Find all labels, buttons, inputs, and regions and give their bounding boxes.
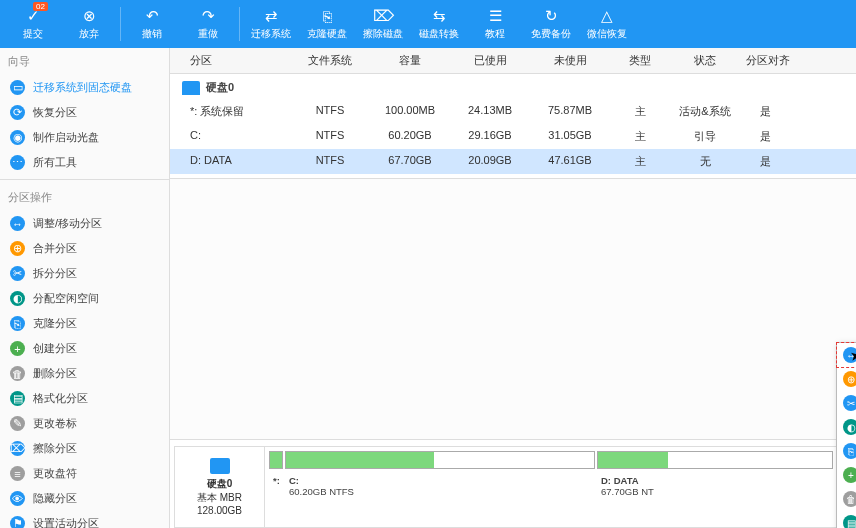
创建分区(C)-icon: + <box>843 467 856 483</box>
diskmap-name: 硬盘0 <box>207 477 233 491</box>
menu-item-合并分区(G)[interactable]: ⊕合并分区(G) <box>837 367 856 391</box>
diskmap-size: 128.00GB <box>197 505 242 516</box>
cell: 主 <box>610 99 670 124</box>
toolbar-擦除磁盘[interactable]: ⌦擦除磁盘 <box>355 2 411 46</box>
sidebar-item-拆分分区[interactable]: ✂拆分分区 <box>0 261 169 286</box>
拆分分区-icon: ✂ <box>10 266 25 281</box>
partition-bar[interactable] <box>597 451 833 469</box>
partition-label: *: <box>269 475 283 497</box>
cell: *: 系统保留 <box>170 99 290 124</box>
sidebar-item-隐藏分区[interactable]: 👁隐藏分区 <box>0 486 169 511</box>
toolbar-迁移系统[interactable]: ⇄迁移系统 <box>243 2 299 46</box>
menu-item-拆分分区(S)[interactable]: ✂拆分分区(S) <box>837 391 856 415</box>
所有工具-icon: ⋯ <box>10 155 25 170</box>
context-menu: ↔调整/移动分区(R)⊕合并分区(G)✂拆分分区(S)◐分配空闲空间(A)⎘克隆… <box>836 342 856 528</box>
设置活动分区-icon: ⚑ <box>10 516 25 528</box>
cell: 主 <box>610 149 670 174</box>
cell: 24.13MB <box>450 99 530 124</box>
menu-item-克隆分区(O)[interactable]: ⎘克隆分区(O) <box>837 439 856 463</box>
放弃-icon: ⊗ <box>80 7 98 25</box>
toolbar-磁盘转换[interactable]: ⇆磁盘转换 <box>411 2 467 46</box>
cell: 47.61GB <box>530 149 610 174</box>
col-header[interactable]: 文件系统 <box>290 48 370 73</box>
擦除磁盘-icon: ⌦ <box>374 7 392 25</box>
cell: 是 <box>740 124 790 149</box>
cell: 20.09GB <box>450 149 530 174</box>
col-header[interactable]: 分区 <box>170 48 290 73</box>
sidebar: 向导 ▭迁移系统到固态硬盘⟳恢复分区◉制作启动光盘⋯所有工具 分区操作 ↔调整/… <box>0 48 170 528</box>
sidebar-item-更改盘符[interactable]: ≡更改盘符 <box>0 461 169 486</box>
sidebar-item-所有工具[interactable]: ⋯所有工具 <box>0 150 169 175</box>
toolbar-教程[interactable]: ☰教程 <box>467 2 523 46</box>
分配空闲空间(A)-icon: ◐ <box>843 419 856 435</box>
menu-item-创建分区(C)[interactable]: +创建分区(C) <box>837 463 856 487</box>
克隆分区(O)-icon: ⎘ <box>843 443 856 459</box>
合并分区-icon: ⊕ <box>10 241 25 256</box>
cell: NTFS <box>290 124 370 149</box>
partition-label: C:60.20GB NTFS <box>285 475 595 497</box>
sidebar-item-删除分区[interactable]: 🗑删除分区 <box>0 361 169 386</box>
table-row[interactable]: *: 系统保留NTFS100.00MB24.13MB75.87MB主活动&系统是 <box>170 99 856 124</box>
sidebar-item-分配空闲空间[interactable]: ◐分配空闲空间 <box>0 286 169 311</box>
cell: 是 <box>740 149 790 174</box>
sidebar-item-更改卷标[interactable]: ✎更改卷标 <box>0 411 169 436</box>
toolbar-微信恢复[interactable]: △微信恢复 <box>579 2 635 46</box>
toolbar-免费备份[interactable]: ↻免费备份 <box>523 2 579 46</box>
menu-item-分配空闲空间(A)[interactable]: ◐分配空闲空间(A) <box>837 415 856 439</box>
制作启动光盘-icon: ◉ <box>10 130 25 145</box>
menu-item-删除分区(D)[interactable]: 🗑删除分区(D) <box>837 487 856 511</box>
table-row[interactable]: C:NTFS60.20GB29.16GB31.05GB主引导是 <box>170 124 856 149</box>
更改卷标-icon: ✎ <box>10 416 25 431</box>
menu-item-格式化(F)[interactable]: ▤格式化(F) <box>837 511 856 528</box>
sidebar-item-设置活动分区[interactable]: ⚑设置活动分区 <box>0 511 169 528</box>
sidebar-item-制作启动光盘[interactable]: ◉制作启动光盘 <box>0 125 169 150</box>
col-header[interactable]: 状态 <box>670 48 740 73</box>
partition-bar[interactable] <box>269 451 283 469</box>
table-header: 分区文件系统容量已使用未使用类型状态分区对齐 <box>170 48 856 74</box>
col-header[interactable] <box>790 48 820 73</box>
克隆分区-icon: ⎘ <box>10 316 25 331</box>
col-header[interactable]: 未使用 <box>530 48 610 73</box>
diskmap-type: 基本 MBR <box>197 491 242 505</box>
toolbar-撤销[interactable]: ↶撤销 <box>124 2 180 46</box>
disk-map: 硬盘0 基本 MBR 128.00GB *:C:60.20GB NTFSD: D… <box>174 446 852 528</box>
sidebar-item-克隆分区[interactable]: ⎘克隆分区 <box>0 311 169 336</box>
合并分区(G)-icon: ⊕ <box>843 371 856 387</box>
commit-badge: 02 <box>33 2 48 11</box>
cell: 是 <box>740 99 790 124</box>
调整/移动分区-icon: ↔ <box>10 216 25 231</box>
cell: 60.20GB <box>370 124 450 149</box>
sidebar-item-擦除分区[interactable]: ⌦擦除分区 <box>0 436 169 461</box>
cell: 引导 <box>670 124 740 149</box>
磁盘转换-icon: ⇆ <box>430 7 448 25</box>
table-row[interactable]: D: DATANTFS67.70GB20.09GB47.61GB主无是 <box>170 149 856 174</box>
cell: C: <box>170 124 290 149</box>
disk-group-label[interactable]: 硬盘0 <box>170 74 856 99</box>
partition-bar[interactable] <box>285 451 595 469</box>
sidebar-item-恢复分区[interactable]: ⟳恢复分区 <box>0 100 169 125</box>
sidebar-item-迁移系统到固态硬盘[interactable]: ▭迁移系统到固态硬盘 <box>0 75 169 100</box>
cell: D: DATA <box>170 149 290 174</box>
sidebar-item-创建分区[interactable]: +创建分区 <box>0 336 169 361</box>
cell: 活动&系统 <box>670 99 740 124</box>
col-header[interactable]: 容量 <box>370 48 450 73</box>
disk-icon <box>182 81 200 95</box>
cell: 67.70GB <box>370 149 450 174</box>
disk-icon <box>210 458 230 474</box>
更改盘符-icon: ≡ <box>10 466 25 481</box>
擦除分区-icon: ⌦ <box>10 441 25 456</box>
sidebar-item-格式化分区[interactable]: ▤格式化分区 <box>0 386 169 411</box>
col-header[interactable]: 已使用 <box>450 48 530 73</box>
col-header[interactable]: 类型 <box>610 48 670 73</box>
cell: 29.16GB <box>450 124 530 149</box>
克隆硬盘-icon: ⎘ <box>318 7 336 25</box>
col-header[interactable]: 分区对齐 <box>740 48 790 73</box>
cell: NTFS <box>290 149 370 174</box>
toolbar-重做[interactable]: ↷重做 <box>180 2 236 46</box>
toolbar-放弃[interactable]: ⊗放弃 <box>61 2 117 46</box>
sidebar-item-合并分区[interactable]: ⊕合并分区 <box>0 236 169 261</box>
教程-icon: ☰ <box>486 7 504 25</box>
sidebar-item-调整/移动分区[interactable]: ↔调整/移动分区 <box>0 211 169 236</box>
toolbar-克隆硬盘[interactable]: ⎘克隆硬盘 <box>299 2 355 46</box>
partition-label: D: DATA67.70GB NT <box>597 475 833 497</box>
